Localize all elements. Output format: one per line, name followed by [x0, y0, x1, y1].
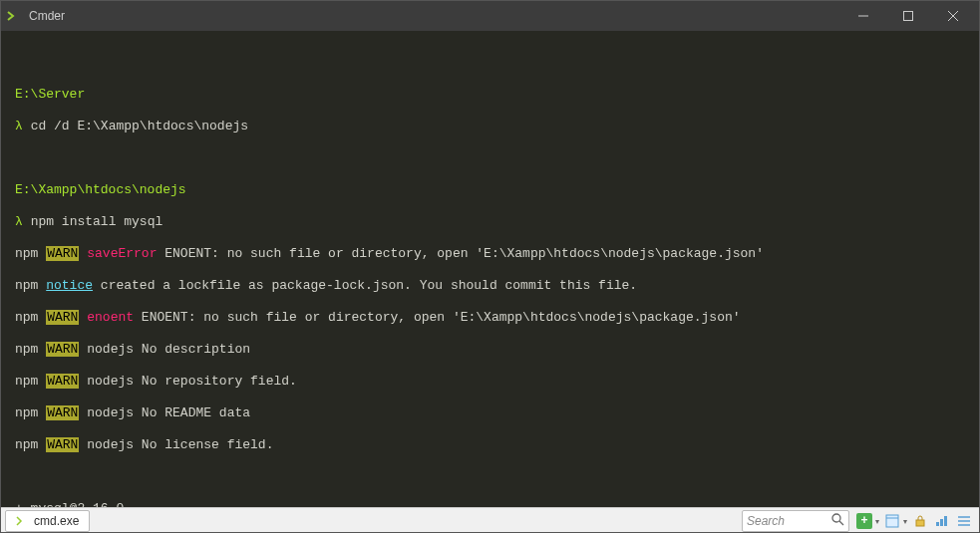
warn-msg: nodejs No license field.: [79, 437, 273, 452]
warn-badge: WARN: [46, 342, 79, 357]
npm-prefix: npm: [15, 246, 46, 261]
tab-cmd[interactable]: cmd.exe: [5, 510, 90, 532]
svg-rect-6: [886, 515, 898, 527]
add-tab-button[interactable]: +: [855, 512, 873, 530]
warn-msg: nodejs No repository field.: [79, 374, 296, 389]
warn-badge: WARN: [46, 374, 79, 389]
svg-rect-9: [936, 522, 939, 526]
chevron-down-icon[interactable]: ▾: [875, 517, 879, 526]
notice-msg: created a lockfile as package-lock.json.…: [93, 278, 637, 293]
window-layout-button[interactable]: [883, 512, 901, 530]
svg-rect-8: [916, 520, 924, 526]
window-controls: [840, 1, 975, 31]
notice-label: notice: [46, 278, 93, 293]
svg-point-4: [832, 514, 840, 522]
npm-prefix: npm: [15, 310, 46, 325]
command-text: cd /d E:\Xampp\htdocs\nodejs: [31, 119, 248, 133]
npm-prefix: npm: [15, 278, 46, 293]
warn-msg: nodejs No description: [79, 342, 250, 357]
npm-prefix: npm: [15, 374, 46, 389]
statusbar: cmd.exe + ▾ ▾: [1, 507, 979, 533]
prompt-symbol: λ: [15, 214, 23, 229]
npm-prefix: npm: [15, 342, 46, 357]
search-input[interactable]: [747, 514, 831, 528]
search-box[interactable]: [742, 510, 849, 532]
window-title: Cmder: [29, 9, 840, 23]
chevron-down-icon[interactable]: ▾: [903, 517, 907, 526]
minimize-button[interactable]: [840, 1, 885, 31]
svg-rect-10: [940, 519, 943, 526]
close-button[interactable]: [930, 1, 975, 31]
prompt-symbol: λ: [15, 119, 23, 133]
warn-badge: WARN: [46, 310, 79, 325]
warn-tag: saveError: [79, 246, 157, 261]
stats-button[interactable]: [933, 512, 951, 530]
tab-label: cmd.exe: [34, 514, 79, 528]
npm-prefix: npm: [15, 405, 46, 420]
terminal[interactable]: E:\Server λ cd /d E:\Xampp\htdocs\nodejs…: [1, 31, 979, 507]
app-icon: [5, 8, 21, 24]
svg-rect-11: [944, 516, 947, 526]
warn-msg: ENOENT: no such file or directory, open …: [157, 246, 764, 261]
status-icons: + ▾ ▾: [855, 512, 979, 530]
command-text: npm install mysql: [31, 214, 163, 229]
warn-badge: WARN: [46, 246, 79, 261]
warn-tag: enoent: [79, 310, 134, 325]
prompt-path: E:\Xampp\htdocs\nodejs: [15, 182, 186, 197]
warn-msg: nodejs No README data: [79, 405, 250, 420]
lock-button[interactable]: [911, 512, 929, 530]
search-icon[interactable]: [831, 513, 844, 529]
warn-badge: WARN: [46, 405, 79, 420]
npm-prefix: npm: [15, 437, 46, 452]
install-pkg: + mysql@2.16.0: [15, 501, 124, 507]
terminal-icon: [16, 515, 28, 527]
svg-line-5: [839, 521, 843, 525]
svg-rect-1: [903, 12, 912, 21]
prompt-path: E:\Server: [15, 87, 85, 102]
warn-msg: ENOENT: no such file or directory, open …: [134, 310, 741, 325]
menu-button[interactable]: [955, 512, 973, 530]
warn-badge: WARN: [46, 437, 79, 452]
titlebar: Cmder: [1, 1, 979, 31]
maximize-button[interactable]: [885, 1, 930, 31]
